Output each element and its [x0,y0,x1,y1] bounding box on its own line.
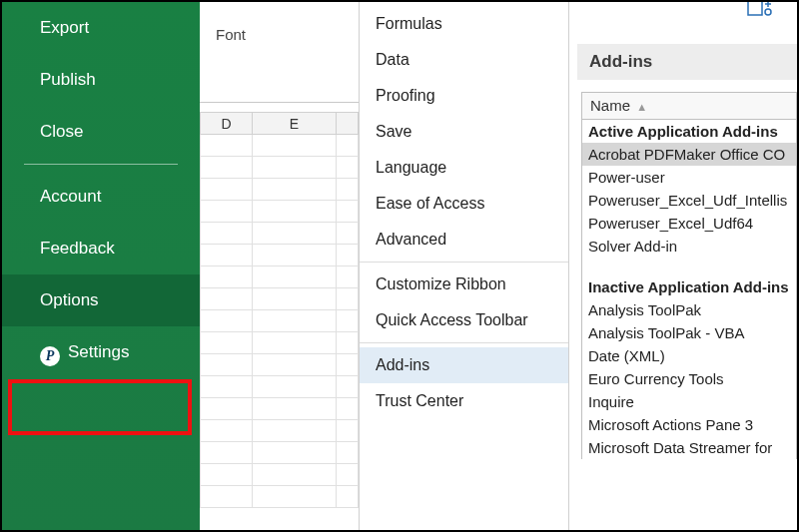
backstage-item-publish[interactable]: Publish [2,54,200,106]
header-label: Name [590,97,630,114]
column-header-e[interactable]: E [253,113,337,135]
addin-row[interactable]: Inquire [582,390,796,413]
backstage-item-feedback[interactable]: Feedback [2,223,200,274]
addin-row[interactable]: Analysis ToolPak [582,298,796,321]
category-save[interactable]: Save [360,114,568,150]
category-quick-access-toolbar[interactable]: Quick Access Toolbar [360,302,568,338]
category-language[interactable]: Language [360,150,568,186]
svg-point-1 [765,9,771,15]
ribbon-font-group-label: Font [216,26,246,43]
category-advanced[interactable]: Advanced [360,222,568,258]
addins-title: Add-ins [577,44,797,80]
label: Settings [68,342,129,361]
svg-rect-0 [748,2,762,15]
sort-asc-icon: ▲ [636,101,647,113]
addin-row[interactable]: Solver Add-in [582,235,796,258]
addin-row[interactable]: Microsoft Actions Pane 3 [582,413,796,436]
separator [360,342,568,343]
addin-row[interactable]: Poweruser_Excel_Udf_Intellis [582,189,796,212]
addin-header-icon [747,2,773,23]
group-active-addins: Active Application Add-ins [582,120,796,143]
category-trust-center[interactable]: Trust Center [360,383,568,419]
ribbon-border [200,102,359,103]
backstage-item-account[interactable]: Account [2,171,200,223]
label: Close [40,122,83,141]
addin-row[interactable]: Analysis ToolPak - VBA [582,321,796,344]
addins-panel: Add-ins Name ▲ Active Application Add-in… [569,2,797,530]
label: Options [40,290,99,309]
category-customize-ribbon[interactable]: Customize Ribbon [360,266,568,302]
addin-row[interactable]: Microsoft Data Streamer for [582,436,796,459]
addins-list: Active Application Add-ins Acrobat PDFMa… [581,120,797,459]
spreadsheet-preview: Font D E [200,2,360,530]
backstage-item-options[interactable]: Options [2,274,200,326]
column-header-d[interactable]: D [201,113,253,135]
category-data[interactable]: Data [360,42,568,78]
column-header-blank[interactable] [337,113,359,135]
category-formulas[interactable]: Formulas [360,6,568,42]
backstage-sidebar: Export Publish Close Account Feedback Op… [2,2,200,530]
label: Feedback [40,239,115,258]
category-add-ins[interactable]: Add-ins [360,347,568,383]
separator [24,164,178,165]
addins-list-header-name[interactable]: Name ▲ [581,92,797,120]
poweruser-icon: P [40,346,60,366]
addin-row[interactable]: Acrobat PDFMaker Office CO [582,143,796,166]
label: Export [40,18,89,37]
addin-row[interactable]: Power-user [582,166,796,189]
addin-row[interactable]: Date (XML) [582,344,796,367]
backstage-item-close[interactable]: Close [2,106,200,158]
label: Publish [40,70,96,89]
backstage-item-settings[interactable]: PSettings [2,326,200,382]
backstage-item-export[interactable]: Export [2,2,200,54]
grid: D E [200,112,359,508]
separator [360,262,568,263]
addin-row[interactable]: Euro Currency Tools [582,367,796,390]
addin-row[interactable]: Poweruser_Excel_Udf64 [582,212,796,235]
category-proofing[interactable]: Proofing [360,78,568,114]
category-ease-of-access[interactable]: Ease of Access [360,186,568,222]
options-category-list: Formulas Data Proofing Save Language Eas… [360,2,569,530]
group-inactive-addins: Inactive Application Add-ins [582,275,796,298]
label: Account [40,187,101,206]
